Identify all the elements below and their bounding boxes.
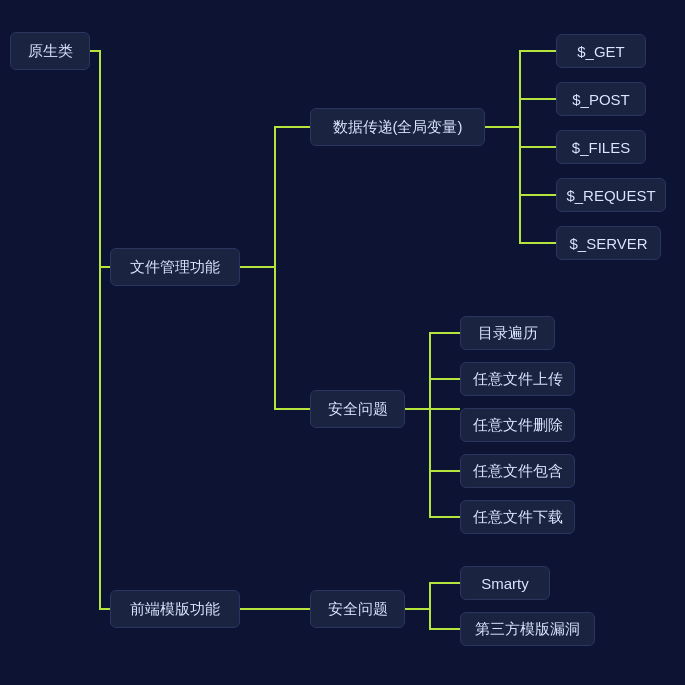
node-get: $_GET	[556, 34, 646, 68]
node-request: $_REQUEST	[556, 178, 666, 212]
node-frontend: 前端模版功能	[110, 590, 240, 628]
node-dir-traverse: 目录遍历	[460, 316, 555, 350]
node-file-delete: 任意文件删除	[460, 408, 575, 442]
node-file-download: 任意文件下载	[460, 500, 575, 534]
node-third-party: 第三方模版漏洞	[460, 612, 595, 646]
node-security2: 安全问题	[310, 590, 405, 628]
node-file-include: 任意文件包含	[460, 454, 575, 488]
node-smarty: Smarty	[460, 566, 550, 600]
node-files: $_FILES	[556, 130, 646, 164]
node-server: $_SERVER	[556, 226, 661, 260]
node-post: $_POST	[556, 82, 646, 116]
node-security1: 安全问题	[310, 390, 405, 428]
mind-map: 原生类 文件管理功能 数据传递(全局变量) $_GET $_POST $_FIL…	[0, 0, 685, 685]
node-root: 原生类	[10, 32, 90, 70]
node-file-upload: 任意文件上传	[460, 362, 575, 396]
node-file-mgmt: 文件管理功能	[110, 248, 240, 286]
node-data-transfer: 数据传递(全局变量)	[310, 108, 485, 146]
